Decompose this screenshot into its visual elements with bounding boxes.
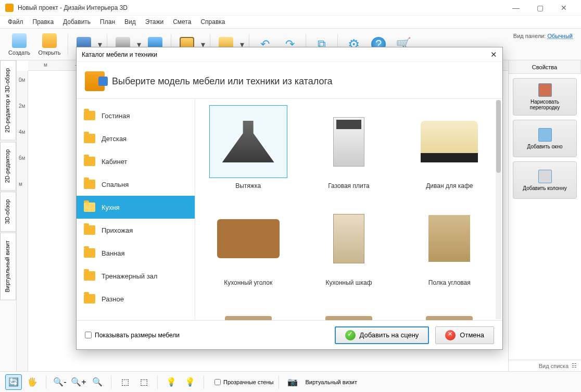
furniture-icon bbox=[222, 121, 274, 162]
furniture-icon bbox=[325, 316, 372, 321]
catalog-item[interactable]: Полка угловая bbox=[406, 202, 493, 286]
light-toggle[interactable]: 💡 bbox=[163, 374, 180, 390]
folder-icon bbox=[84, 180, 95, 189]
category-item[interactable]: Прихожая bbox=[77, 219, 195, 242]
camera-icon: 📷 bbox=[287, 377, 298, 387]
zoom-in-button[interactable]: 🔍+ bbox=[70, 374, 87, 390]
list-mode-icon[interactable]: ☷ bbox=[572, 362, 577, 369]
tool-draw-partition[interactable]: Нарисовать перегородку bbox=[513, 78, 577, 116]
tab-properties[interactable]: Свойства bbox=[509, 60, 581, 73]
separator bbox=[46, 375, 46, 389]
menu-plan[interactable]: План bbox=[95, 17, 120, 27]
walls-icon: ⬚ bbox=[140, 377, 148, 387]
furniture-icon bbox=[333, 117, 364, 167]
category-label: Тренажерный зал bbox=[102, 272, 157, 280]
separator bbox=[111, 375, 111, 389]
zoom-fit-icon: 🔍 bbox=[92, 377, 103, 387]
pan-button[interactable]: 🖐 bbox=[24, 374, 41, 390]
category-item[interactable]: Кухня bbox=[77, 196, 195, 219]
walls-toggle-1[interactable]: ⬚ bbox=[117, 374, 133, 390]
category-item[interactable]: Ванная bbox=[77, 242, 195, 264]
left-vtabs: 2D-редактор и 3D-обзор 2D-редактор 3D-об… bbox=[0, 60, 17, 371]
tool-add-window[interactable]: Добавить окно bbox=[513, 120, 577, 157]
category-label: Кабинет bbox=[102, 158, 127, 166]
show-sizes-check[interactable]: Показывать размеры мебели bbox=[85, 332, 180, 339]
category-label: Разное bbox=[102, 295, 124, 303]
item-thumbnail bbox=[410, 299, 488, 320]
cancel-button[interactable]: Отмена bbox=[435, 326, 494, 344]
menu-file[interactable]: Файл bbox=[3, 17, 28, 27]
transparent-walls-checkbox[interactable] bbox=[214, 379, 221, 385]
minimize-button[interactable]: — bbox=[504, 0, 528, 16]
category-item[interactable]: Кабинет bbox=[77, 150, 195, 173]
furniture-icon bbox=[217, 219, 280, 258]
rotate-360-icon: 🔄 bbox=[8, 377, 19, 387]
folder-icon bbox=[84, 248, 95, 258]
category-label: Спальня bbox=[102, 181, 129, 188]
list-mode-row: Вид списка ☷ bbox=[509, 360, 581, 371]
category-item[interactable]: Гостиная bbox=[77, 104, 195, 127]
transparent-walls-check[interactable]: Прозрачные стены bbox=[214, 379, 273, 385]
item-thumbnail bbox=[209, 105, 287, 178]
toolbar-open[interactable]: Открыть bbox=[35, 30, 64, 58]
virtual-visit-label[interactable]: Виртуальный визит bbox=[305, 379, 357, 385]
item-scrollbar[interactable] bbox=[496, 100, 501, 319]
new-file-icon bbox=[12, 33, 27, 48]
catalog-item[interactable] bbox=[406, 299, 493, 320]
vtab-virtual[interactable]: Виртуальный визит bbox=[0, 233, 16, 300]
category-item[interactable]: Спальня bbox=[77, 173, 195, 196]
camera-button[interactable]: 📷 bbox=[284, 374, 301, 390]
menu-estimate[interactable]: Смета bbox=[168, 17, 196, 27]
folder-icon bbox=[84, 225, 95, 235]
zoom-in-icon: 🔍+ bbox=[71, 377, 86, 387]
scrollbar-thumb[interactable] bbox=[496, 100, 501, 173]
bulb-icon: 💡 bbox=[166, 377, 176, 387]
menu-help[interactable]: Справка bbox=[196, 17, 230, 27]
catalog-item[interactable]: Газовая плита bbox=[305, 105, 392, 189]
dialog-titlebar[interactable]: Каталог мебели и техники ✕ bbox=[77, 47, 502, 62]
dialog-subtitle: Выберите модель мебели или техники из ка… bbox=[112, 76, 333, 87]
category-list: ГостинаяДетскаяКабинетСпальняКухняПрихож… bbox=[77, 99, 195, 320]
folder-icon bbox=[84, 111, 95, 120]
catalog-item[interactable]: Кухонный шкаф bbox=[305, 202, 392, 286]
catalog-item[interactable]: Диван для кафе bbox=[406, 105, 493, 189]
vtab-2d3d[interactable]: 2D-редактор и 3D-обзор bbox=[0, 60, 16, 141]
menu-floors[interactable]: Этажи bbox=[141, 17, 168, 27]
close-button[interactable]: ✕ bbox=[552, 0, 576, 16]
bottombar: 🔄 🖐 🔍- 🔍+ 🔍 ⬚ ⬚ 💡 💡 Прозрачные стены 📷 В… bbox=[0, 371, 581, 392]
separator bbox=[279, 375, 279, 389]
ruler-vertical: 0м 2м 4м 6м м bbox=[17, 71, 28, 371]
dialog-close-button[interactable]: ✕ bbox=[490, 50, 497, 59]
catalog-icon bbox=[85, 71, 105, 91]
light-button-2[interactable]: 💡 bbox=[182, 374, 198, 390]
walls-toggle-2[interactable]: ⬚ bbox=[135, 374, 152, 390]
furniture-icon bbox=[426, 316, 473, 321]
cancel-icon bbox=[445, 330, 456, 340]
catalog-item[interactable]: Вытяжка bbox=[205, 105, 292, 189]
item-label: Газовая плита bbox=[328, 182, 369, 189]
catalog-item[interactable]: Кухонный уголок bbox=[205, 202, 292, 286]
tool-add-column[interactable]: Добавить колонну bbox=[513, 161, 577, 199]
menu-add[interactable]: Добавить bbox=[58, 17, 95, 27]
catalog-item[interactable] bbox=[305, 299, 392, 320]
item-thumbnail bbox=[310, 105, 388, 178]
view-360-button[interactable]: 🔄 bbox=[5, 374, 22, 390]
vtab-3d[interactable]: 3D-обзор bbox=[0, 192, 16, 232]
zoom-fit-button[interactable]: 🔍 bbox=[89, 374, 106, 390]
category-item[interactable]: Разное bbox=[77, 287, 195, 310]
menu-view[interactable]: Вид bbox=[120, 17, 141, 27]
category-item[interactable]: Детская bbox=[77, 127, 195, 150]
show-sizes-checkbox[interactable] bbox=[85, 332, 92, 338]
item-label: Кухонный шкаф bbox=[325, 279, 372, 286]
zoom-out-button[interactable]: 🔍- bbox=[52, 374, 68, 390]
maximize-button[interactable]: ▢ bbox=[528, 0, 552, 16]
add-to-scene-button[interactable]: Добавить на сцену bbox=[335, 326, 430, 344]
panel-mode-link[interactable]: Обычный bbox=[547, 33, 573, 39]
bulb-icon: 💡 bbox=[185, 377, 195, 387]
vtab-2d[interactable]: 2D-редактор bbox=[0, 142, 16, 191]
item-thumbnail bbox=[410, 105, 488, 178]
catalog-item[interactable] bbox=[205, 299, 292, 320]
category-item[interactable]: Тренажерный зал bbox=[77, 264, 195, 287]
toolbar-create[interactable]: Создать bbox=[5, 30, 33, 58]
menu-edit[interactable]: Правка bbox=[28, 17, 59, 27]
